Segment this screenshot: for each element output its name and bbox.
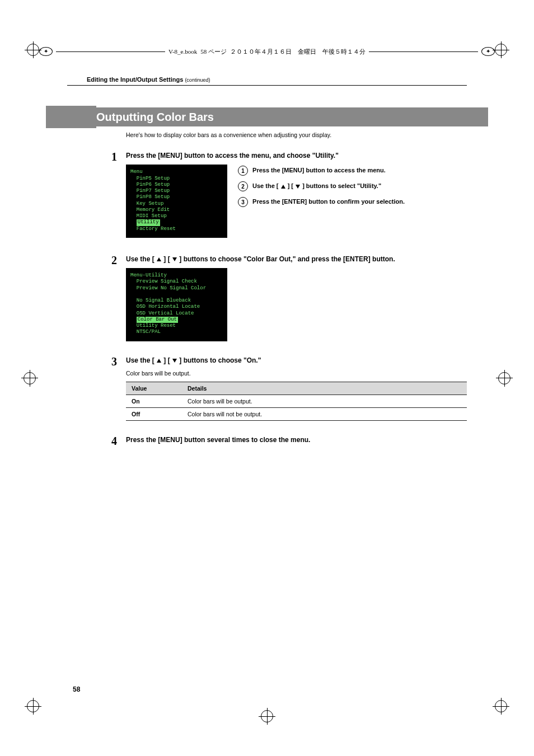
table-row: Off Color bars will not be output. bbox=[126, 408, 467, 421]
table-cell-val: Color bars will not be output. bbox=[182, 408, 467, 421]
running-header-title: Editing the Input/Output Settings bbox=[87, 76, 183, 83]
page-number: 58 bbox=[73, 685, 80, 693]
up-arrow-icon bbox=[281, 185, 285, 189]
step-3: 3 Use the [ ] [ ] buttons to choose "On.… bbox=[126, 356, 467, 421]
reg-mark-bl bbox=[27, 700, 39, 712]
step-subtext: Color bars will be output. bbox=[126, 369, 467, 377]
step-title: Use the [ ] [ ] buttons to choose "On." bbox=[126, 356, 467, 365]
table-row: On Color bars will be output. bbox=[126, 395, 467, 408]
table-header-details: Details bbox=[182, 382, 467, 395]
running-header-rule bbox=[67, 85, 467, 86]
substep: 2 Use the [ ] [ ] buttons to select "Uti… bbox=[238, 181, 405, 191]
up-arrow-icon bbox=[157, 257, 161, 261]
table-header-value: Value bbox=[126, 382, 182, 395]
substep: 3 Press the [ENTER] button to confirm yo… bbox=[238, 197, 405, 207]
step-number: 1 bbox=[111, 151, 126, 238]
menu-screenshot: Menu-Utility Preview Signal Check Previe… bbox=[126, 268, 227, 341]
reg-mark-left bbox=[24, 372, 36, 384]
header-ornament-icon: ✦ bbox=[481, 47, 495, 56]
header-page-jp: 58 ページ bbox=[200, 48, 227, 56]
reg-mark-br bbox=[495, 700, 507, 712]
reg-mark-right bbox=[498, 372, 510, 384]
step-2: 2 Use the [ ] [ ] buttons to choose "Col… bbox=[126, 255, 467, 341]
substep-text: Press the [ENTER] button to confirm your… bbox=[252, 197, 405, 206]
running-header-continued: (continued) bbox=[185, 77, 210, 83]
down-arrow-icon bbox=[172, 257, 177, 261]
section-title-bar: Outputting Color Bars bbox=[46, 107, 488, 126]
step-title: Press the [MENU] button to access the me… bbox=[126, 151, 467, 160]
reg-mark-bottom bbox=[261, 710, 273, 722]
header-date-jp: ２０１０年４月１６日 金曜日 午後５時１４分 bbox=[230, 48, 366, 56]
step-4: 4 Press the [MENU] button several times … bbox=[126, 435, 467, 449]
substep-number-icon: 1 bbox=[238, 166, 248, 176]
down-arrow-icon bbox=[172, 359, 177, 363]
substep-text: Use the [ ] [ ] buttons to select "Utili… bbox=[252, 181, 381, 190]
substep-list: 1 Press the [MENU] button to access the … bbox=[238, 166, 405, 213]
lead-paragraph: Here's how to display color bars as a co… bbox=[126, 131, 467, 139]
up-arrow-icon bbox=[157, 359, 161, 363]
header-ornament-icon: ✦ bbox=[39, 47, 53, 56]
header-file: V-8_e.book bbox=[168, 48, 197, 55]
step-1: 1 Press the [MENU] button to access the … bbox=[126, 151, 467, 238]
prepress-header: ✦ V-8_e.book 58 ページ ２０１０年４月１６日 金曜日 午後５時１… bbox=[39, 47, 495, 56]
step-number: 4 bbox=[111, 435, 126, 449]
reg-mark-tl bbox=[27, 44, 39, 56]
down-arrow-icon bbox=[296, 185, 300, 189]
substep-number-icon: 3 bbox=[238, 197, 248, 207]
substep-text: Press the [MENU] button to access the me… bbox=[252, 166, 386, 175]
value-table: Value Details On Color bars will be outp… bbox=[126, 382, 467, 421]
step-number: 2 bbox=[111, 255, 126, 341]
running-header: Editing the Input/Output Settings (conti… bbox=[87, 76, 210, 83]
table-cell-val: Color bars will be output. bbox=[182, 395, 467, 408]
reg-mark-tr bbox=[495, 44, 507, 56]
section-title: Outputting Color Bars bbox=[96, 107, 214, 126]
step-number: 3 bbox=[111, 356, 126, 421]
step-title: Use the [ ] [ ] buttons to choose "Color… bbox=[126, 255, 467, 264]
table-cell-key: Off bbox=[126, 408, 182, 421]
substep: 1 Press the [MENU] button to access the … bbox=[238, 166, 405, 176]
substep-number-icon: 2 bbox=[238, 181, 248, 191]
menu-screenshot: Menu PinP5 Setup PinP6 Setup PinP7 Setup… bbox=[126, 165, 227, 238]
table-cell-key: On bbox=[126, 395, 182, 408]
step-title: Press the [MENU] button several times to… bbox=[126, 435, 467, 444]
